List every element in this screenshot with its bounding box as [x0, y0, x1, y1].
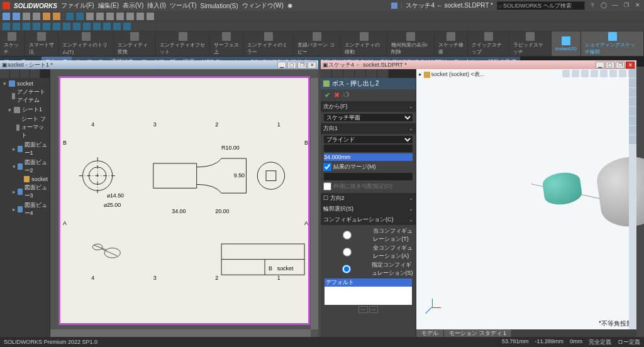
pm-tab-1-icon[interactable]	[321, 69, 332, 78]
fm-tab-conf-icon[interactable]	[20, 69, 30, 78]
tp-explorer-icon[interactable]	[629, 97, 636, 106]
pm-conf-this[interactable]	[323, 231, 371, 240]
tp-appearance-icon[interactable]	[629, 116, 636, 125]
tree-node[interactable]: ▾socket	[2, 80, 48, 87]
part-restore-button[interactable]: ❐	[616, 62, 625, 69]
tree-node[interactable]: ▾シート1	[2, 105, 48, 114]
qat-options-icon[interactable]	[86, 13, 94, 20]
tree-node[interactable]: ▸図面ビュー4	[2, 201, 48, 218]
menu-insert[interactable]: 挿入(I)	[147, 1, 165, 10]
menu-window[interactable]: ウィンドウ(W)	[242, 1, 284, 10]
tree-node[interactable]: アノテート アイテム	[2, 87, 48, 105]
cmd-mirror[interactable]: エンティティのミラー	[243, 31, 294, 56]
task-pane[interactable]	[629, 69, 636, 337]
drawing-max-button[interactable]: ▢	[287, 62, 296, 69]
cmd-sketch[interactable]: スケッチ	[0, 31, 25, 56]
pm-section-contour[interactable]: 輪郭選択(S)⌄	[321, 204, 416, 214]
tp-view-icon[interactable]	[629, 107, 636, 116]
cmd-offset[interactable]: エンティティオフセット	[156, 31, 211, 56]
part-max-button[interactable]: ▢	[606, 62, 614, 69]
tree-node[interactable]: socket	[2, 175, 48, 183]
qat-e5-icon[interactable]	[136, 13, 144, 20]
window-restore[interactable]: ❐	[623, 2, 630, 9]
pm-tab-5-icon[interactable]	[366, 69, 377, 78]
pm-tab-6-icon[interactable]	[377, 69, 389, 78]
pm-tab-3-icon[interactable]	[343, 69, 355, 78]
hud-zoom-icon[interactable]	[562, 70, 570, 77]
drawing-close-button[interactable]: ✕	[308, 62, 316, 69]
user-icon[interactable]: ◯	[600, 2, 608, 9]
pm-from-select[interactable]: スケッチ平面	[323, 113, 413, 122]
hud-view-icon[interactable]	[609, 70, 617, 77]
tree-node[interactable]: ▸図面ビュー3	[2, 183, 48, 201]
cmd-repair[interactable]: スケッチ修復	[435, 31, 468, 56]
qat-e6-icon[interactable]	[147, 13, 154, 20]
part-close-button[interactable]: ✕	[626, 62, 635, 69]
cmd-quick-snap[interactable]: クイックスナップ	[468, 31, 510, 56]
drawing-min-button[interactable]: ▁	[277, 62, 286, 69]
tree-node[interactable]: ▾図面ビュー2	[2, 158, 48, 175]
qat-icon[interactable]	[391, 3, 397, 9]
tb2-6-icon[interactable]	[53, 23, 60, 30]
menu-file[interactable]: ファイル(F)	[61, 1, 94, 10]
pm-draft-input[interactable]	[323, 172, 413, 181]
pm-section-config[interactable]: コンフィギュレーション(C)⌄	[321, 214, 416, 225]
menu-simulation[interactable]: Simulation(S)	[201, 3, 238, 9]
qat-e3-icon[interactable]	[116, 13, 124, 20]
tb2-5-icon[interactable]	[43, 23, 50, 30]
tree-node[interactable]: ▸図面ビュー1	[2, 140, 48, 158]
drawing-scroll-h[interactable]	[50, 329, 311, 337]
fm-tab-prop-icon[interactable]	[10, 69, 20, 78]
breadcrumb[interactable]: ▸ socket (socket) <表...	[419, 70, 484, 79]
pm-btn-2[interactable]: ···	[369, 306, 379, 313]
drawing-restore-button[interactable]: ❐	[297, 62, 306, 69]
tp-resources-icon[interactable]	[629, 79, 636, 87]
tb2-13-icon[interactable]	[123, 23, 131, 30]
tab-model[interactable]: モデル	[416, 329, 444, 337]
cmd-instant2d[interactable]: Instant2D	[552, 31, 581, 56]
tb2-7-icon[interactable]	[63, 23, 70, 30]
drawing-sheet[interactable]: 4321 4321 BA BA	[59, 77, 309, 324]
pm-outside-check[interactable]	[323, 182, 331, 190]
tb2-3-icon[interactable]	[23, 23, 30, 30]
qat-undo-icon[interactable]	[43, 13, 50, 20]
cmd-move[interactable]: エンティティの移動	[341, 31, 387, 56]
hud-display-icon[interactable]	[591, 70, 598, 77]
tb2-12-icon[interactable]	[113, 23, 121, 30]
qat-e4-icon[interactable]	[126, 13, 134, 20]
cmd-on-surface[interactable]: サーフェス上	[210, 31, 243, 56]
hud-hide-icon[interactable]	[619, 70, 626, 77]
pm-ok-button[interactable]: ✔	[325, 91, 330, 99]
qat-e2-icon[interactable]	[106, 13, 114, 20]
drawing-canvas[interactable]: 4321 4321 BA BA	[50, 69, 318, 337]
help-search[interactable]: ⌕ SOLIDWORKS ヘルプ検索	[497, 1, 585, 10]
tb2-9-icon[interactable]	[83, 23, 91, 30]
view-triad[interactable]	[423, 298, 441, 317]
cmd-smart-dimension[interactable]: スマート寸法	[25, 31, 58, 56]
pm-section-from[interactable]: 次から(F)⌄	[321, 101, 416, 112]
window-close[interactable]: ✕	[634, 2, 641, 9]
fm-tab-disp-icon[interactable]	[30, 69, 40, 78]
pm-tab-4-icon[interactable]	[355, 69, 366, 78]
qat-e1-icon[interactable]	[96, 13, 104, 20]
qat-print-icon[interactable]	[33, 13, 40, 20]
hud-scene-icon[interactable]	[600, 70, 608, 77]
tp-home-icon[interactable]	[629, 69, 636, 78]
pm-conf-all[interactable]	[323, 248, 371, 256]
tb2-10-icon[interactable]	[93, 23, 101, 30]
tb2-2-icon[interactable]	[13, 23, 20, 30]
pm-tab-2-icon[interactable]	[332, 69, 343, 78]
pm-dir1-type[interactable]: ブラインド	[323, 135, 413, 144]
3d-viewport[interactable]: ▸ socket (socket) <表... *不等角投影	[416, 69, 636, 329]
pm-btn-1[interactable]: ···	[358, 306, 368, 313]
cmd-shaded-sketch[interactable]: シェイディングスケッチ輪郭	[581, 31, 644, 56]
qat-open-icon[interactable]	[13, 13, 20, 20]
pm-detail-button[interactable]: ❍	[343, 91, 349, 99]
pm-conf-list[interactable]: デフォルト	[325, 278, 412, 305]
cmd-convert[interactable]: エンティティ変換	[114, 31, 156, 56]
help-icon[interactable]: ?	[589, 2, 596, 9]
tb2-11-icon[interactable]	[103, 23, 111, 30]
cmd-trim[interactable]: エンティティのトリム(T)	[58, 31, 114, 56]
drawing-titlebar[interactable]: ▣ socket - シート1 * ▁ ▢ ❐ ✕	[0, 60, 318, 69]
pm-depth-input[interactable]	[323, 153, 413, 162]
